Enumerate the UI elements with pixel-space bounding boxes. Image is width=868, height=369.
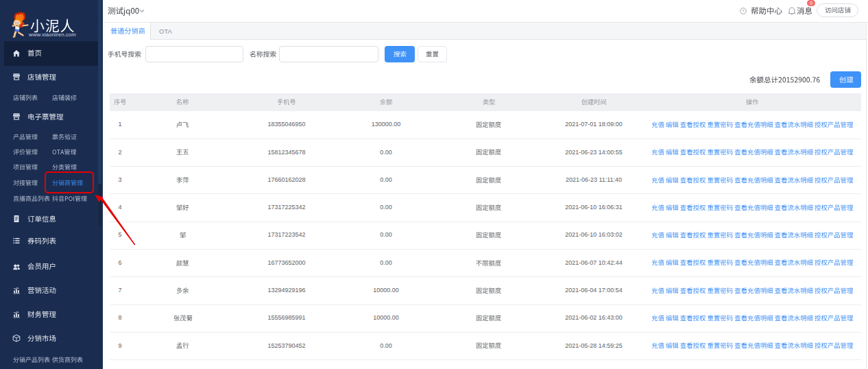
svg-text:?: ?	[742, 9, 745, 13]
